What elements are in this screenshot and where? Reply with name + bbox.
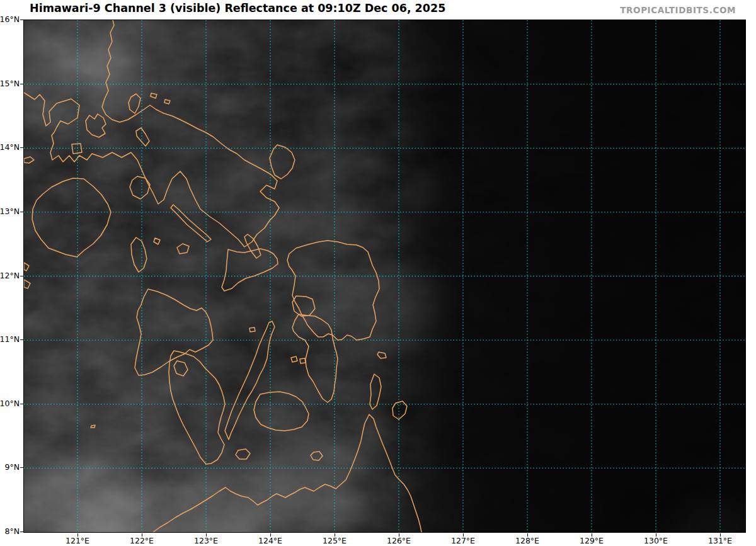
satellite-map-canvas: [24, 20, 745, 532]
lon-tick-label: 121°E: [57, 536, 98, 546]
lon-tick-label: 127°E: [443, 536, 483, 546]
cloud-patch: [244, 442, 396, 530]
lon-tick-label: 125°E: [314, 536, 355, 546]
lat-tick-mark: [20, 467, 23, 468]
lat-tick-label: 14°N: [0, 142, 20, 152]
lat-tick-label: 15°N: [0, 79, 20, 89]
lat-tick-mark: [20, 84, 23, 84]
lat-tick-label: 10°N: [0, 399, 20, 409]
lat-tick-mark: [20, 147, 23, 148]
lat-tick-mark: [20, 276, 23, 276]
lon-tick-label: 122°E: [122, 536, 162, 546]
lon-tick-label: 128°E: [507, 536, 547, 546]
lat-tick-mark: [20, 20, 23, 20]
cloud-patch: [62, 26, 175, 89]
lat-tick-label: 12°N: [0, 271, 20, 281]
lat-tick-label: 8°N: [0, 526, 20, 537]
lat-tick-label: 9°N: [0, 462, 20, 472]
lon-tick-label: 130°E: [636, 536, 676, 546]
lat-tick-mark: [20, 532, 23, 532]
lon-tick-label: 131°E: [700, 536, 740, 546]
lat-tick-mark: [20, 339, 23, 340]
cloud-patch: [358, 266, 446, 341]
lon-tick-label: 126°E: [379, 536, 419, 546]
lon-tick-label: 129°E: [571, 536, 612, 546]
satellite-map-panel: [23, 20, 746, 533]
lat-tick-mark: [20, 404, 23, 404]
tropicaltidbits-satellite-page: { "header": { "title": "Himawari-9 Chann…: [0, 0, 756, 546]
lat-tick-label: 13°N: [0, 207, 20, 217]
lon-tick-label: 123°E: [186, 536, 226, 546]
watermark-tropicaltidbits: TROPICALTIDBITS.COM: [620, 5, 736, 15]
page-title: Himawari-9 Channel 3 (visible) Reflectan…: [30, 2, 445, 14]
cloud-patch: [24, 259, 232, 436]
lat-tick-label: 16°N: [0, 14, 20, 25]
lat-tick-mark: [20, 212, 23, 212]
lon-tick-label: 124°E: [250, 536, 290, 546]
lat-tick-label: 11°N: [0, 334, 20, 344]
